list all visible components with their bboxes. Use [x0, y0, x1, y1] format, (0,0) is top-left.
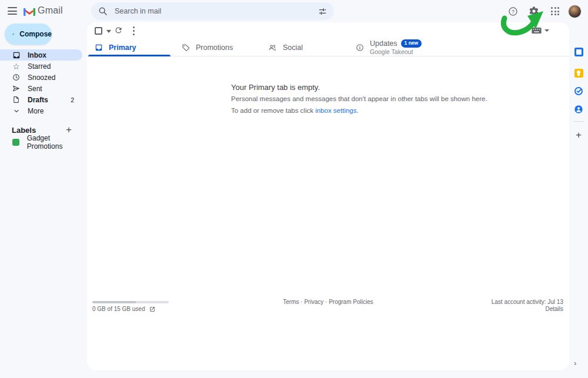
storage-usage-text: 0 GB of 15 GB used — [92, 306, 145, 312]
empty-state-action: To add or remove tabs click inbox settin… — [231, 107, 584, 114]
sidebar-item-label: Inbox — [28, 51, 46, 59]
tab-social[interactable]: Social — [261, 39, 348, 56]
settings-gear-icon[interactable] — [526, 4, 542, 19]
sidebar-item-starred[interactable]: ☆ Starred — [0, 61, 82, 72]
empty-state-description: Personal messages and messages that don'… — [231, 95, 584, 102]
tab-primary[interactable]: Primary — [87, 39, 174, 56]
tab-label: Social — [283, 44, 303, 52]
sidebar-item-drafts[interactable]: Drafts 2 — [0, 94, 82, 105]
sidebar-item-label: More — [28, 107, 44, 115]
tab-label: Promotions — [196, 44, 233, 52]
open-in-new-icon[interactable] — [149, 306, 155, 312]
privacy-link[interactable]: Privacy — [304, 299, 323, 305]
active-tab-underline — [88, 55, 171, 56]
google-apps-icon[interactable] — [547, 4, 563, 19]
sidebar-item-label: Sent — [28, 85, 42, 93]
activity-details-link[interactable]: Details — [492, 306, 563, 313]
tag-icon — [181, 44, 190, 52]
search-icon — [98, 6, 108, 16]
tab-label: Primary — [109, 44, 136, 52]
inbox-tabs: Primary Promotions — [87, 39, 569, 56]
refresh-icon[interactable] — [114, 26, 123, 37]
program-policies-link[interactable]: Program Policies — [329, 299, 373, 305]
contacts-icon[interactable] — [574, 105, 583, 114]
chevron-down-icon — [12, 108, 21, 115]
new-count-badge: 1 new — [401, 39, 422, 47]
tab-label: Updates — [370, 39, 397, 48]
select-dropdown-icon[interactable] — [106, 30, 111, 33]
inbox-settings-link[interactable]: inbox settings. — [315, 107, 359, 114]
get-addons-icon[interactable]: + — [573, 129, 584, 141]
select-all-checkbox[interactable] — [95, 27, 102, 35]
footer-separator: · — [300, 299, 302, 305]
gmail-app: { "header": { "app_name": "Gmail", "sear… — [0, 0, 588, 378]
terms-link[interactable]: Terms — [283, 299, 299, 305]
tab-subtitle: Google Takeout — [370, 48, 422, 55]
empty-state: Your Primary tab is empty. Personal mess… — [231, 83, 320, 92]
sidebar-item-inbox[interactable]: Inbox — [0, 49, 82, 61]
header-actions: ? — [505, 0, 581, 22]
right-side-panel: + › — [569, 22, 588, 378]
profile-avatar[interactable] — [569, 5, 581, 18]
storage-usage: 0 GB of 15 GB used — [92, 306, 155, 312]
more-options-icon[interactable] — [129, 26, 138, 35]
pencil-icon — [12, 30, 14, 38]
left-sidebar: Compose Inbox ☆ Starred Snoozed Sent — [0, 22, 87, 378]
sidebar-item-label: Starred — [28, 62, 51, 71]
inbox-icon — [12, 51, 21, 59]
empty-state-action-text: To add or remove tabs click — [231, 107, 315, 114]
rail-divider — [573, 121, 584, 122]
keyboard-icon — [532, 27, 542, 34]
gmail-logo-icon — [22, 5, 36, 19]
updates-tab-content: Updates 1 new Google Takeout — [370, 39, 422, 55]
search-options-icon[interactable] — [318, 7, 327, 16]
send-icon — [12, 85, 21, 92]
last-activity-text: Last account activity: Jul 13 — [492, 299, 563, 306]
empty-state-title: Your Primary tab is empty. — [231, 83, 320, 92]
calendar-icon[interactable] — [574, 47, 583, 56]
sidebar-item-sent[interactable]: Sent — [0, 83, 82, 94]
people-icon — [268, 44, 277, 52]
main-menu-icon[interactable] — [8, 7, 17, 15]
account-activity: Last account activity: Jul 13 Details — [492, 299, 563, 313]
top-bar: Gmail Search in mail ? — [0, 0, 588, 22]
sidebar-item-more[interactable]: More — [0, 105, 82, 116]
search-bar[interactable]: Search in mail — [91, 2, 334, 20]
label-swatch-icon — [12, 139, 20, 146]
clock-icon — [12, 73, 21, 81]
tab-promotions[interactable]: Promotions — [174, 39, 261, 56]
mail-toolbar — [87, 22, 569, 39]
sidebar-item-label: Drafts — [28, 96, 48, 104]
info-icon — [355, 44, 364, 52]
labels-title: Labels — [12, 126, 36, 135]
label-name: Gadget Promotions — [27, 134, 82, 150]
star-icon: ☆ — [12, 62, 21, 71]
primary-tab-icon — [94, 44, 103, 52]
compose-label: Compose — [19, 30, 52, 38]
tasks-icon[interactable] — [574, 86, 583, 96]
sidebar-label-gadget-promotions[interactable]: Gadget Promotions — [0, 136, 82, 148]
input-method-caret-icon — [544, 29, 549, 32]
input-method-selector[interactable] — [532, 27, 549, 34]
help-icon[interactable]: ? — [505, 4, 520, 19]
sidebar-item-label: Snoozed — [28, 73, 55, 82]
mail-content-card: Primary Promotions — [87, 22, 569, 370]
compose-button[interactable]: Compose — [5, 24, 52, 45]
tab-updates[interactable]: Updates 1 new Google Takeout — [348, 39, 435, 56]
footer-separator: · — [325, 299, 327, 305]
svg-text:?: ? — [512, 8, 514, 14]
draft-file-icon — [12, 96, 21, 103]
search-input[interactable]: Search in mail — [115, 7, 318, 15]
app-title: Gmail — [38, 5, 63, 16]
drafts-count: 2 — [71, 96, 74, 103]
keep-icon[interactable] — [574, 68, 583, 78]
hide-side-panel-icon[interactable]: › — [574, 359, 576, 367]
sidebar-item-snoozed[interactable]: Snoozed — [0, 72, 82, 83]
